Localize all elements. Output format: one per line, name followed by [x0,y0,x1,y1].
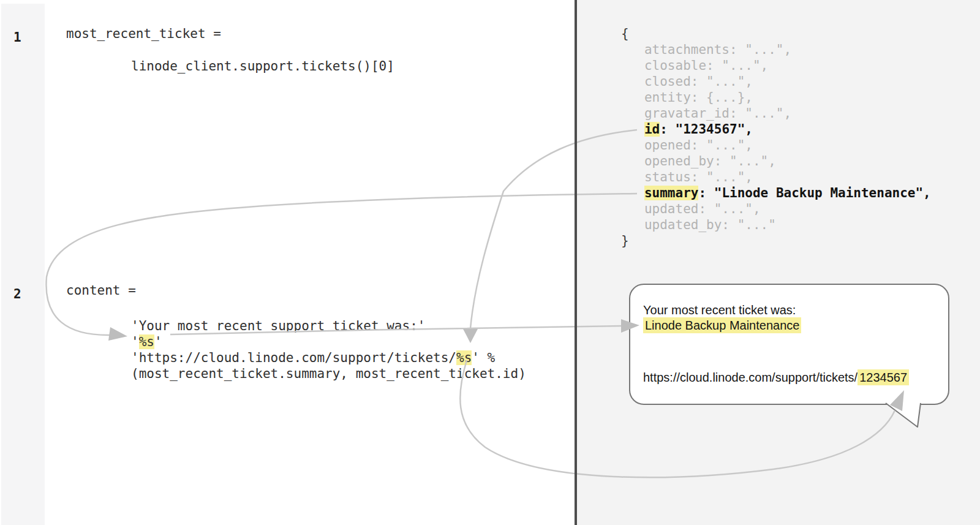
panel-divider [575,0,577,525]
code-line-intro-string: 'Your most recent support ticket was:' [131,318,425,334]
json-open-brace: { [621,26,629,42]
diagram-canvas: 1 2 most_recent_ticket = linode_client.s… [0,0,980,525]
bubble-line-intro: Your most recent ticket was: [643,302,796,318]
arrowhead-right-icon [108,327,127,341]
json-line-updated: updated: "...", [621,201,761,217]
code-line-format-args: (most_recent_ticket.summary, most_recent… [131,366,526,382]
line-number-2: 2 [13,286,36,302]
bubble-line-summary: Linode Backup Maintenance [643,317,801,333]
json-line-updated-by: updated_by: "..." [621,217,776,233]
code-line-summary-placeholder: '%s' [131,334,162,350]
line-number-1: 1 [13,29,36,45]
arrow-summary-to-placeholder [46,194,637,335]
json-line-entity: entity: {...}, [621,89,753,105]
arrowhead-down-icon [463,329,478,343]
json-line-attachments: attachments: "...", [621,42,791,58]
code-line-url-placeholder: 'https://cloud.linode.com/support/ticket… [131,350,495,366]
json-close-brace: } [621,233,629,249]
code-line-tickets-call: linode_client.support.tickets()[0] [131,58,394,74]
bubble-line-url: https://cloud.linode.com/support/tickets… [643,369,909,385]
json-line-summary: summary: "Linode Backup Maintenance", [621,185,931,201]
json-line-opened: opened: "...", [621,137,753,153]
json-line-gravatar-id: gravatar_id: "...", [621,105,791,121]
json-line-id: id: "1234567", [621,121,753,137]
line-number-gutter: 1 2 [1,4,45,525]
json-line-closed: closed: "...", [621,74,753,89]
json-line-status: status: "...", [621,169,753,185]
json-line-closable: closable: "...", [621,58,768,74]
code-line-content-assignment: content = [66,282,136,298]
code-line-assignment: most_recent_ticket = [66,26,221,42]
json-line-opened-by: opened_by: "...", [621,153,776,169]
